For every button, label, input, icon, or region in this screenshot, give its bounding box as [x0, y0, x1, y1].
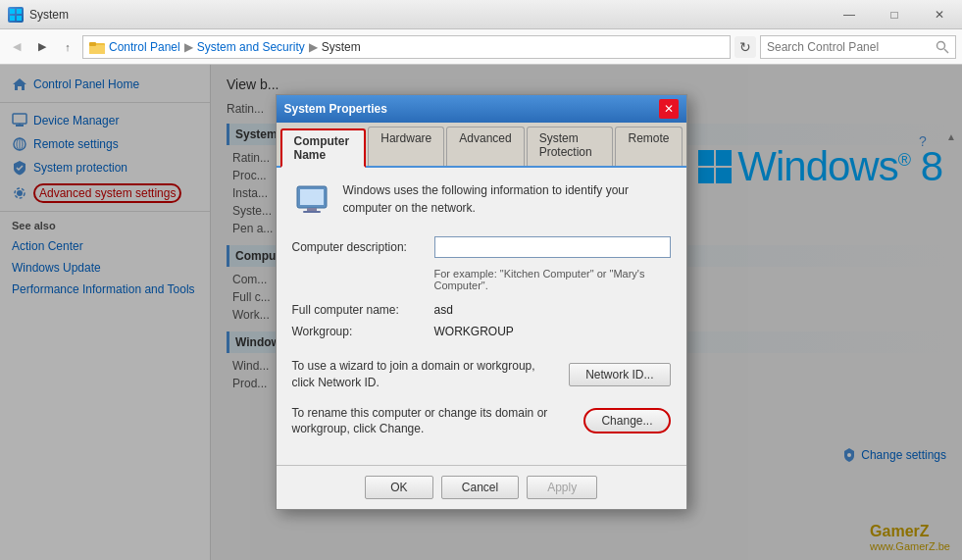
computer-description-input[interactable] — [434, 236, 671, 258]
network-id-button[interactable]: Network ID... — [569, 363, 670, 386]
dialog-tabs: Computer Name Hardware Advanced System P… — [277, 123, 686, 168]
svg-rect-0 — [10, 9, 15, 14]
window-title: System — [29, 8, 69, 22]
address-path[interactable]: Control Panel ▶ System and Security ▶ Sy… — [82, 35, 731, 59]
svg-rect-20 — [300, 189, 324, 205]
dialog-title: System Properties — [284, 102, 387, 116]
network-id-row: To use a wizard to join a domain or work… — [292, 358, 671, 391]
workgroup-value: WORKGROUP — [434, 325, 514, 338]
title-bar-left: System — [8, 7, 69, 23]
computer-description-row: Computer description: — [292, 236, 671, 258]
tab-advanced[interactable]: Advanced — [446, 127, 524, 166]
change-text: To rename this computer or change its do… — [292, 405, 573, 438]
ok-button[interactable]: OK — [365, 476, 433, 499]
full-computer-name-row: Full computer name: asd — [292, 303, 671, 317]
tab-computer-name[interactable]: Computer Name — [280, 128, 367, 168]
modal-overlay: System Properties ✕ Computer Name Hardwa… — [0, 65, 962, 560]
network-id-text: To use a wizard to join a domain or work… — [292, 358, 558, 391]
window-controls: — □ ✕ — [827, 0, 962, 29]
dialog-header-row: Windows uses the following information t… — [292, 181, 671, 221]
search-input[interactable] — [767, 40, 932, 54]
svg-rect-1 — [17, 9, 22, 14]
computer-description-label: Computer description: — [292, 240, 434, 254]
address-bar: ◀ ▶ ↑ Control Panel ▶ System and Securit… — [0, 29, 962, 65]
system-properties-dialog: System Properties ✕ Computer Name Hardwa… — [276, 94, 687, 510]
tab-hardware[interactable]: Hardware — [368, 127, 444, 166]
workgroup-label: Workgroup: — [292, 325, 434, 338]
svg-rect-5 — [89, 45, 105, 54]
forward-button[interactable]: ▶ — [31, 36, 53, 58]
path-system: System — [322, 40, 361, 54]
svg-point-7 — [937, 41, 945, 49]
app-icon — [8, 7, 24, 23]
back-button[interactable]: ◀ — [6, 36, 27, 58]
svg-rect-3 — [17, 16, 22, 21]
apply-button[interactable]: Apply — [527, 476, 597, 499]
computer-icon — [292, 181, 331, 221]
workgroup-row: Workgroup: WORKGROUP — [292, 325, 671, 338]
cancel-button[interactable]: Cancel — [441, 476, 519, 499]
svg-rect-2 — [10, 16, 15, 21]
refresh-button[interactable]: ↻ — [734, 36, 756, 58]
search-icon — [936, 40, 949, 54]
svg-rect-21 — [307, 208, 317, 211]
search-box[interactable] — [760, 35, 956, 59]
up-button[interactable]: ↑ — [57, 36, 78, 58]
dialog-body: Windows uses the following information t… — [277, 168, 686, 465]
title-bar: System — □ ✕ — [0, 0, 962, 29]
folder-icon — [89, 39, 105, 55]
dialog-close-button[interactable]: ✕ — [659, 99, 679, 119]
minimize-button[interactable]: — — [827, 0, 872, 29]
full-computer-name-label: Full computer name: — [292, 303, 434, 317]
close-button[interactable]: ✕ — [917, 0, 962, 29]
path-control-panel[interactable]: Control Panel — [109, 40, 180, 54]
change-row: To rename this computer or change its do… — [292, 405, 671, 438]
full-computer-name-value: asd — [434, 303, 453, 317]
dialog-footer: OK Cancel Apply — [277, 465, 686, 509]
svg-line-8 — [944, 49, 948, 53]
change-button[interactable]: Change... — [583, 408, 670, 433]
dialog-description: Windows uses the following information t… — [343, 181, 671, 217]
tab-remote[interactable]: Remote — [615, 127, 682, 166]
computer-description-example: For example: "Kitchen Computer" or "Mary… — [434, 268, 671, 291]
svg-rect-6 — [89, 42, 96, 46]
maximize-button[interactable]: □ — [872, 0, 917, 29]
path-system-security[interactable]: System and Security — [197, 40, 305, 54]
tab-system-protection[interactable]: System Protection — [527, 127, 614, 166]
dialog-title-bar: System Properties ✕ — [277, 95, 686, 123]
svg-rect-22 — [303, 211, 321, 213]
